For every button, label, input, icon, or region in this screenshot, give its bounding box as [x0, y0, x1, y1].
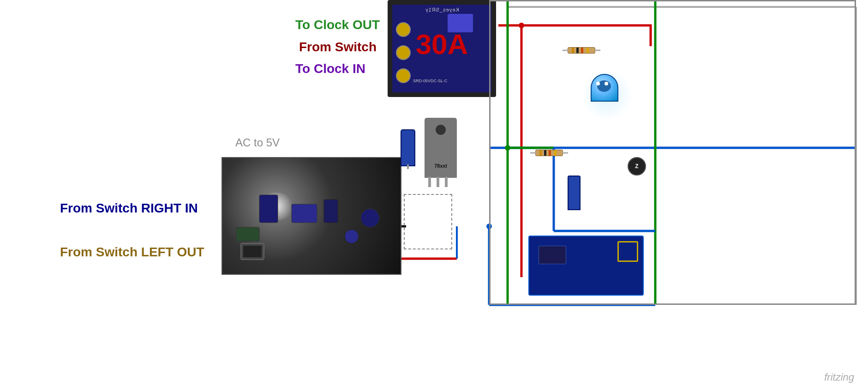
svg-point-14: [519, 23, 524, 28]
relay-terminal-c: [396, 45, 411, 60]
svg-rect-17: [259, 195, 278, 223]
resistor-2: [535, 150, 563, 156]
svg-rect-18: [292, 204, 317, 223]
photo-inner: [222, 158, 401, 274]
label-switch-left-out: From Switch LEFT OUT: [60, 245, 204, 260]
wifi-chip: [539, 246, 566, 264]
capacitor-1: [401, 129, 415, 166]
vreg-legs: [428, 177, 448, 187]
voltage-regulator: 78xxl: [425, 118, 457, 178]
relay-terminal-nc: [396, 68, 411, 83]
wifi-module: [528, 236, 644, 296]
resistor-1: [568, 47, 595, 54]
led-eyes: [596, 82, 608, 85]
led-component: [591, 74, 623, 115]
led-body: [591, 74, 618, 102]
svg-rect-19: [324, 200, 338, 223]
relay-terminal-no: [396, 22, 411, 37]
resistor-2-band-1: [539, 150, 542, 156]
wifi-antenna: [617, 241, 638, 262]
svg-rect-24: [243, 246, 262, 257]
ac-converter-photo: [221, 157, 401, 275]
resistor-1-band-1: [572, 48, 574, 53]
resistor-2-band-4: [554, 150, 557, 156]
label-clock-out: To Clock OUT: [295, 18, 380, 32]
svg-point-15: [505, 145, 510, 151]
label-from-switch-top: From Switch: [299, 40, 377, 55]
led-eye-right: [605, 82, 608, 85]
main-canvas: Keyes_SR1y 30A SRD-05VDC-SL-C: [0, 0, 868, 388]
vreg-leg-1: [428, 177, 431, 187]
resistor-1-band-2: [576, 48, 579, 53]
label-clock-in: To Clock IN: [295, 61, 365, 76]
vreg-label: 78xxl: [434, 163, 447, 169]
led-eye-left: [596, 82, 600, 85]
capacitor-2: [568, 176, 581, 210]
relay-module: Keyes_SR1y 30A SRD-05VDC-SL-C: [388, 0, 496, 97]
relay-srd-label: SRD-05VDC-SL-C: [413, 79, 448, 83]
vreg-leg-3: [445, 177, 448, 187]
svg-point-22: [345, 230, 359, 243]
svg-point-16: [486, 224, 492, 229]
photo-svg: [222, 158, 401, 275]
vreg-leg-2: [437, 177, 439, 187]
resistor-2-band-3: [549, 150, 551, 156]
fritzing-watermark: fritzing: [824, 371, 854, 383]
relay-title-label: Keyes_SR1y: [425, 7, 459, 12]
zener-label: Z: [635, 163, 638, 170]
label-ac-5v: AC to 5V: [235, 136, 280, 149]
resistor-2-band-2: [544, 150, 546, 156]
relay-coil: [448, 14, 473, 32]
svg-point-21: [361, 209, 379, 227]
resistor-1-band-4: [587, 48, 589, 53]
vreg-dashed-outline: [404, 194, 452, 249]
vreg-mounting-hole: [436, 125, 446, 135]
svg-rect-20: [236, 227, 259, 241]
relay-30a-label: 30A: [416, 30, 468, 59]
relay-inner: Keyes_SR1y 30A SRD-05VDC-SL-C: [392, 5, 491, 92]
zener-diode: Z: [628, 157, 646, 176]
label-switch-right-in: From Switch RIGHT IN: [60, 201, 198, 216]
resistor-1-band-3: [581, 48, 583, 53]
